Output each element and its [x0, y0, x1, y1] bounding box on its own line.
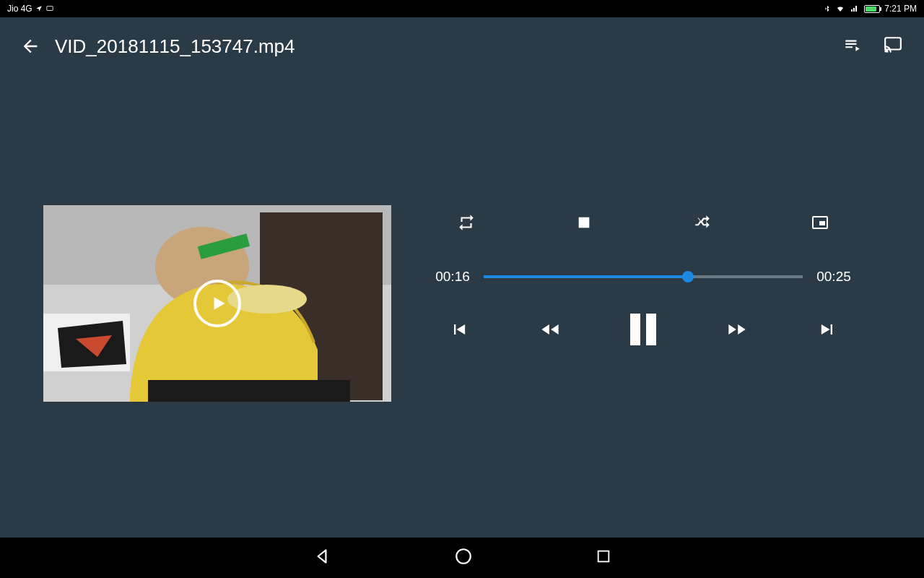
fast-forward-icon — [725, 319, 749, 340]
back-button[interactable] — [20, 36, 40, 56]
next-button[interactable] — [817, 319, 837, 340]
seek-thumb[interactable] — [682, 271, 694, 282]
cast-small-icon — [45, 5, 54, 12]
status-left: Jio 4G — [7, 4, 54, 14]
signal-icon — [850, 4, 860, 13]
status-right: 7:21 PM — [824, 4, 917, 14]
forward-button[interactable] — [725, 319, 749, 340]
navigation-bar — [0, 538, 924, 578]
queue-button[interactable] — [843, 35, 862, 57]
shuffle-button[interactable] — [692, 212, 712, 233]
cast-icon — [882, 35, 904, 54]
stop-button[interactable] — [574, 212, 594, 233]
bluetooth-icon — [824, 4, 831, 14]
location-arrow-icon — [35, 5, 43, 12]
pause-bar-right — [646, 314, 656, 345]
pause-button[interactable] — [630, 314, 656, 345]
content-area: 00:16 00:25 — [0, 75, 924, 538]
current-time: 00:16 — [435, 269, 471, 285]
clock-label: 7:21 PM — [884, 4, 917, 14]
svg-rect-12 — [148, 380, 350, 402]
repeat-icon — [457, 213, 476, 232]
nav-back-icon — [313, 547, 331, 566]
nav-home-button[interactable] — [454, 547, 473, 569]
carrier-label: Jio 4G — [7, 4, 32, 14]
rewind-icon — [538, 319, 562, 340]
app-header: VID_20181115_153747.mp4 — [0, 17, 924, 75]
battery-icon — [864, 5, 880, 13]
nav-back-button[interactable] — [313, 547, 331, 569]
video-preview[interactable] — [43, 205, 391, 402]
nav-home-icon — [454, 547, 473, 566]
svg-point-15 — [456, 549, 471, 564]
video-title: VID_20181115_153747.mp4 — [55, 35, 295, 58]
cast-button[interactable] — [882, 35, 904, 57]
pip-icon — [810, 214, 830, 231]
seek-bar[interactable] — [484, 275, 803, 278]
app-area: VID_20181115_153747.mp4 — [0, 17, 924, 538]
wifi-icon — [835, 4, 845, 13]
pip-button[interactable] — [810, 212, 830, 233]
queue-icon — [843, 35, 862, 54]
seek-row: 00:16 00:25 — [435, 269, 852, 285]
status-bar: Jio 4G 7:21 PM — [0, 0, 924, 17]
nav-recent-button[interactable] — [596, 548, 611, 567]
play-overlay-button[interactable] — [193, 280, 241, 327]
svg-rect-14 — [819, 221, 825, 225]
stop-icon — [576, 215, 592, 230]
nav-recent-icon — [596, 548, 611, 564]
play-icon — [209, 293, 228, 314]
back-arrow-icon — [20, 36, 40, 56]
skip-next-icon — [817, 319, 837, 340]
pause-bar-left — [630, 314, 640, 345]
svg-rect-16 — [598, 551, 609, 562]
svg-rect-13 — [579, 217, 590, 228]
svg-point-2 — [885, 51, 886, 52]
shuffle-icon — [693, 213, 712, 232]
repeat-button[interactable] — [456, 212, 476, 233]
previous-button[interactable] — [449, 319, 469, 340]
seek-fill — [484, 275, 688, 278]
rewind-button[interactable] — [538, 319, 562, 340]
skip-previous-icon — [449, 319, 469, 340]
svg-rect-0 — [47, 7, 53, 11]
total-time: 00:25 — [816, 269, 852, 285]
controls-panel: 00:16 00:25 — [406, 212, 881, 345]
